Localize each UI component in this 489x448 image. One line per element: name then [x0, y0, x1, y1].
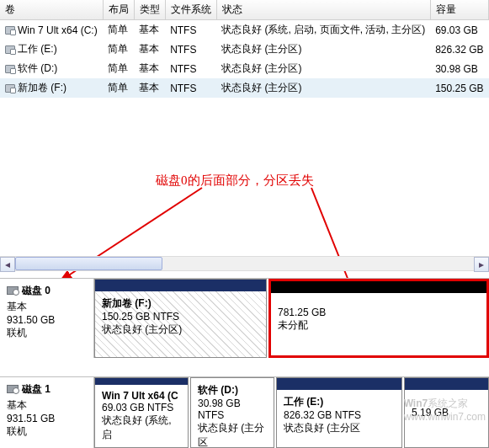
col-layout[interactable]: 布局	[103, 0, 134, 20]
table-row[interactable]: 软件 (D:) 简单基本NTFS状态良好 (主分区)30.98 GB	[0, 59, 489, 78]
annotation-text: 磁盘0的后面部分，分区丢失	[156, 173, 314, 189]
partition-cap	[95, 280, 266, 291]
disk0-info[interactable]: 磁盘 0 基本 931.50 GB 联机	[0, 278, 94, 358]
table-row[interactable]: Win 7 Ult x64 (C:) 简单基本NTFS状态良好 (系统, 启动,…	[0, 20, 489, 40]
scroll-left-button[interactable]: ◂	[0, 257, 15, 272]
partition-cap	[405, 378, 488, 390]
volume-table: 卷 布局 类型 文件系统 状态 容量 Win 7 Ult x64 (C:) 简单…	[0, 0, 489, 98]
disk0-unallocated[interactable]: 781.25 GB 未分配	[268, 279, 489, 358]
table-row[interactable]: 新加卷 (F:) 简单基本NTFS状态良好 (主分区)150.25 GB	[0, 78, 489, 98]
col-fs[interactable]: 文件系统	[165, 0, 216, 20]
volume-icon	[5, 26, 15, 35]
partition-cap	[271, 281, 486, 293]
col-volume[interactable]: 卷	[0, 0, 103, 20]
partition-cap	[95, 378, 188, 385]
disk1-info[interactable]: 磁盘 1 基本 931.51 GB 联机	[0, 376, 94, 448]
horizontal-scrollbar[interactable]: ◂ ▸	[0, 256, 489, 271]
table-row[interactable]: 工作 (E:) 简单基本NTFS状态良好 (主分区)826.32 GB	[0, 40, 489, 59]
disk1-partition-c[interactable]: Win 7 Ult x64 (C 69.03 GB NTFS 状态良好 (系统,…	[94, 377, 189, 448]
volume-icon	[5, 84, 15, 93]
watermark: Win7系统之家 www.winwin7.com	[404, 397, 486, 423]
partition-cap	[277, 378, 401, 390]
disk0-partition-f[interactable]: 新加卷 (F:) 150.25 GB NTFS 状态良好 (主分区)	[94, 279, 267, 358]
disk-icon	[7, 385, 19, 393]
scroll-thumb[interactable]	[15, 257, 162, 270]
disk-icon	[7, 286, 19, 295]
disk0-panel: 磁盘 0 基本 931.50 GB 联机 新加卷 (F:) 150.25 GB …	[0, 278, 489, 358]
column-header-row: 卷 布局 类型 文件系统 状态 容量	[0, 0, 489, 20]
col-status[interactable]: 状态	[216, 0, 430, 20]
disk1-partition-e[interactable]: 工作 (E:) 826.32 GB NTFS 状态良好 (主分区	[276, 377, 402, 448]
col-type[interactable]: 类型	[134, 0, 165, 20]
scroll-right-button[interactable]: ▸	[474, 257, 489, 272]
disk1-partition-d[interactable]: 软件 (D:) 30.98 GB NTFS 状态良好 (主分区	[190, 377, 274, 448]
volume-icon	[5, 45, 15, 54]
volume-icon	[5, 65, 15, 73]
col-capacity[interactable]: 容量	[430, 0, 488, 20]
